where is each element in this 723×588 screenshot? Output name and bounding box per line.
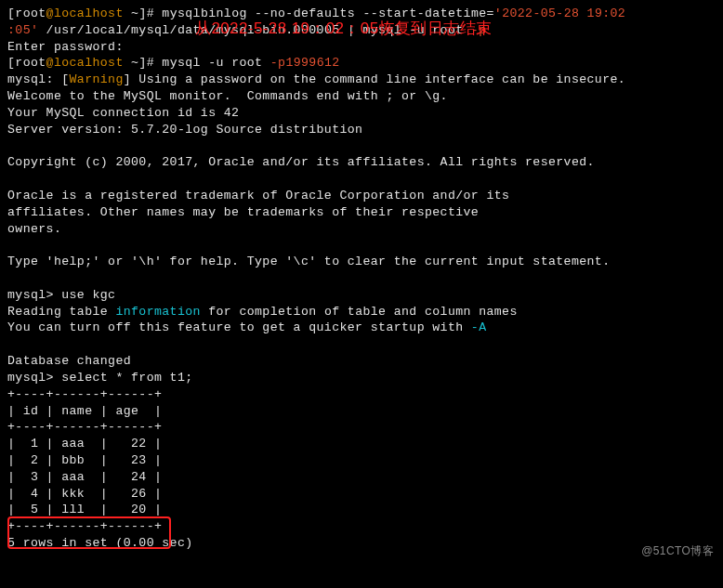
blank [7, 270, 716, 287]
table-header: | id | name | age | [7, 403, 716, 420]
terminal-output: [root@localhost ~]# mysqlbinlog --no-def… [7, 6, 716, 552]
table-border-mid: +----+------+------+ [7, 419, 716, 436]
help-line: Type 'help;' or '\h' for help. Type '\c'… [7, 254, 716, 270]
blank [7, 138, 716, 155]
table-row: | 3 | aaa | 24 | [7, 469, 716, 486]
welcome-2: Your MySQL connection id is 42 [7, 105, 716, 122]
reading-table: Reading table information for completion… [7, 304, 716, 320]
oracle-1: Oracle is a registered trademark of Orac… [7, 188, 716, 204]
watermark: @51CTO博客 [641, 543, 714, 558]
table-row: | 1 | aaa | 22 | [7, 436, 716, 452]
table-row: | 4 | kkk | 26 | [7, 486, 716, 503]
blank [7, 171, 716, 188]
red-annotation: 从2022-5-28 19：02：05恢复到日志结束 [195, 19, 492, 40]
enter-password: Enter password: [7, 39, 716, 56]
turnoff: You can turn off this feature to get a q… [7, 320, 716, 336]
copyright: Copyright (c) 2000, 2017, Oracle and/or … [7, 154, 716, 171]
blank [7, 237, 716, 254]
sql-use[interactable]: mysql> use kgc [7, 287, 716, 304]
db-changed: Database changed [7, 353, 716, 370]
warning-line: mysql: [Warning] Using a password on the… [7, 72, 716, 88]
welcome-1: Welcome to the MySQL monitor. Commands e… [7, 88, 716, 105]
blank [7, 336, 716, 353]
oracle-3: owners. [7, 221, 716, 238]
highlight-rows-4-5 [7, 516, 171, 549]
table-row: | 2 | bbb | 23 | [7, 452, 716, 469]
prompt-line-2[interactable]: [root@localhost ~]# mysql -u root -p1999… [7, 55, 716, 72]
table-border-top: +----+------+------+ [7, 386, 716, 403]
sql-select[interactable]: mysql> select * from t1; [7, 370, 716, 386]
oracle-2: affiliates. Other names may be trademark… [7, 204, 716, 221]
welcome-3: Server version: 5.7.20-log Source distri… [7, 122, 716, 138]
